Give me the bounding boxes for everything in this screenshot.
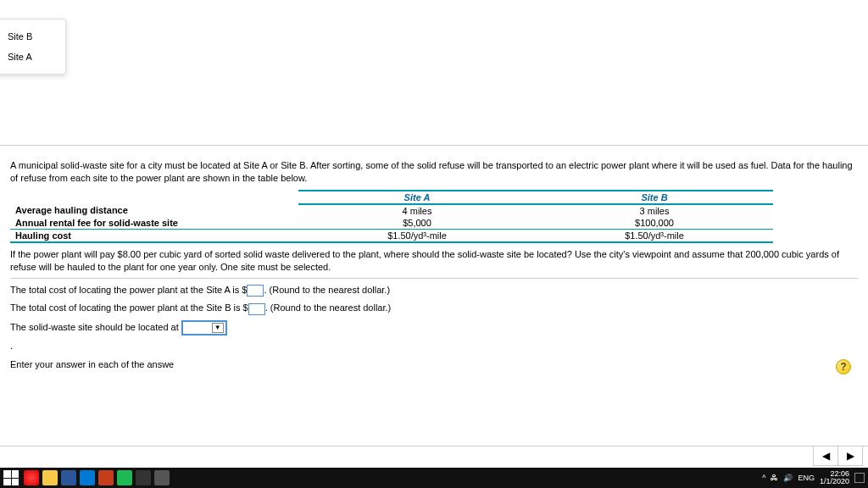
- prev-button[interactable]: ◀: [814, 446, 837, 465]
- blank-header: [0, 0, 868, 146]
- qc-post: .: [10, 341, 13, 351]
- footer-row: Enter your answer in each of the answe ?: [10, 359, 858, 383]
- table-row: Average hauling distance 4 miles 3 miles: [10, 204, 773, 217]
- th-site-b: Site B: [536, 191, 773, 204]
- cost-site-b-input[interactable]: [248, 303, 265, 315]
- dropdown-option-site-a[interactable]: Site A: [0, 47, 65, 67]
- cost-site-a-input[interactable]: [247, 285, 264, 297]
- system-tray: ^ 🖧 🔊 ENG 22:06 1/1/2020: [762, 470, 865, 485]
- cell-a: 4 miles: [298, 204, 536, 217]
- chevron-down-icon: ▼: [212, 323, 224, 333]
- intro-text: A municipal solid-waste site for a city …: [10, 160, 853, 183]
- nav-arrows: ◀ ▶: [813, 446, 863, 466]
- row-label: Hauling cost: [10, 229, 298, 242]
- site-dropdown-menu: Site B Site A: [0, 19, 66, 75]
- arrow-right-icon: ▶: [847, 450, 854, 462]
- qa-post: . (Round to the nearest dollar.): [264, 285, 390, 295]
- qa-pre: The total cost of locating the power pla…: [10, 285, 247, 295]
- table-row: Annual rental fee for solid-waste site $…: [10, 217, 773, 230]
- taskbar-app-icon[interactable]: [61, 470, 76, 485]
- cell-b: $1.50/yd³-mile: [536, 229, 773, 242]
- tray-network-icon[interactable]: 🖧: [771, 474, 778, 482]
- table-row: Hauling cost $1.50/yd³-mile $1.50/yd³-mi…: [10, 229, 773, 242]
- tray-lang[interactable]: ENG: [798, 474, 815, 482]
- question-site-b: The total cost of locating the power pla…: [10, 302, 858, 314]
- cell-b: $100,000: [536, 217, 773, 230]
- qb-pre: The total cost of locating the power pla…: [10, 302, 248, 313]
- question-site-select: The solid-waste site should be located a…: [10, 320, 858, 336]
- taskbar-explorer-icon[interactable]: [42, 470, 58, 485]
- taskbar-app2-icon[interactable]: [98, 470, 114, 485]
- start-button[interactable]: [3, 470, 19, 485]
- windows-taskbar: ^ 🖧 🔊 ENG 22:06 1/1/2020: [0, 468, 868, 488]
- cell-a: $1.50/yd³-mile: [298, 229, 536, 242]
- footer-hint: Enter your answer in each of the answe: [10, 359, 174, 369]
- taskbar-chrome-icon[interactable]: [24, 470, 39, 485]
- th-site-a: Site A: [298, 191, 536, 204]
- cell-b: 3 miles: [536, 204, 773, 217]
- tray-up-icon[interactable]: ^: [762, 474, 765, 482]
- site-dropdown[interactable]: ▼: [181, 320, 227, 336]
- dropdown-option-site-b[interactable]: Site B: [0, 26, 65, 47]
- problem-followup: If the power plant will pay $8.00 per cu…: [10, 248, 858, 274]
- tray-sound-icon[interactable]: 🔊: [783, 474, 793, 482]
- help-icon: ?: [840, 361, 846, 373]
- taskbar-mail-icon[interactable]: [80, 470, 95, 485]
- th-blank: [10, 191, 298, 204]
- footer-divider: [0, 446, 868, 446]
- content-area: A municipal solid-waste site for a city …: [0, 146, 868, 383]
- taskbar-spotify-icon[interactable]: [117, 470, 132, 485]
- divider: [10, 278, 858, 279]
- row-label: Annual rental fee for solid-waste site: [10, 217, 298, 230]
- help-button[interactable]: ?: [836, 359, 851, 374]
- data-table: Site A Site B Average hauling distance 4…: [10, 190, 773, 243]
- taskbar-app3-icon[interactable]: [136, 470, 151, 485]
- row-label: Average hauling distance: [10, 204, 298, 217]
- taskbar-clock[interactable]: 22:06 1/1/2020: [820, 470, 849, 485]
- cell-a: $5,000: [298, 217, 536, 230]
- qb-post: . (Round to the nearest dollar.): [265, 302, 392, 313]
- clock-date: 1/1/2020: [820, 478, 849, 485]
- arrow-left-icon: ◀: [822, 450, 830, 462]
- next-button[interactable]: ▶: [838, 446, 862, 465]
- problem-intro: A municipal solid-waste site for a city …: [10, 159, 858, 185]
- notifications-icon[interactable]: [854, 473, 865, 483]
- site-dropdown-wrap: ▼: [181, 320, 227, 336]
- qc-pre: The solid-waste site should be located a…: [10, 322, 181, 332]
- question-site-a: The total cost of locating the power pla…: [10, 284, 858, 297]
- taskbar-app4-icon[interactable]: [154, 470, 170, 485]
